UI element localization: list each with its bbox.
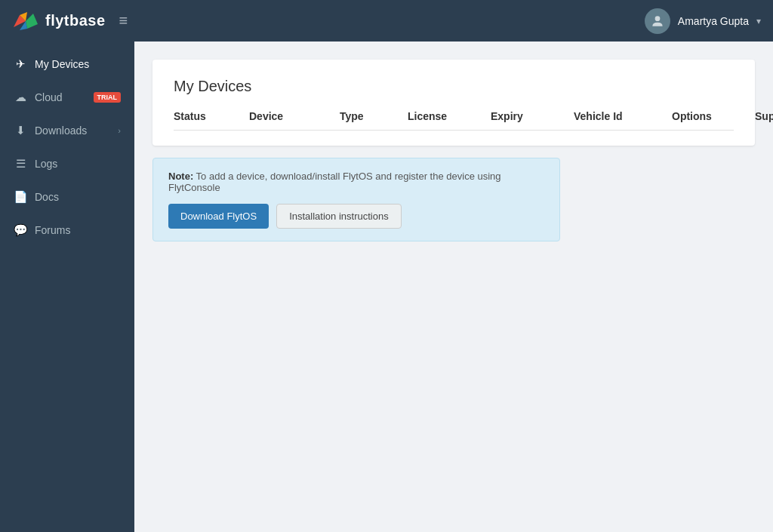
hamburger-button[interactable]: ≡ xyxy=(116,9,131,32)
drone-icon: ✈ xyxy=(14,57,27,71)
col-options: Options xyxy=(672,110,755,122)
note-buttons: Download FlytOS Installation instruction… xyxy=(168,204,544,229)
col-support: Support xyxy=(755,110,773,122)
page-title: My Devices xyxy=(174,78,734,95)
col-device: Device xyxy=(249,110,340,122)
cloud-icon: ☁ xyxy=(14,91,27,104)
col-status: Status xyxy=(174,110,249,122)
svg-marker-2 xyxy=(26,14,38,29)
sidebar-item-docs[interactable]: 📄 Docs xyxy=(0,180,134,214)
sidebar-item-forums[interactable]: 💬 Forums xyxy=(0,214,134,247)
forums-icon: 💬 xyxy=(14,223,27,237)
installation-instructions-button[interactable]: Installation instructions xyxy=(276,204,402,229)
logs-icon: ☰ xyxy=(14,157,27,171)
col-expiry: Expiry xyxy=(491,110,574,122)
note-box: Note: To add a device, download/install … xyxy=(152,158,560,241)
note-text: Note: To add a device, download/install … xyxy=(168,171,544,193)
download-icon: ⬇ xyxy=(14,124,27,137)
col-type: Type xyxy=(340,110,408,122)
logo-area: flytbase xyxy=(12,11,106,32)
sidebar-item-my-devices[interactable]: ✈ My Devices xyxy=(0,48,134,81)
devices-card: My Devices Status Device Type License Ex… xyxy=(152,60,755,146)
user-dropdown-arrow: ▾ xyxy=(756,16,761,26)
user-icon xyxy=(650,14,665,29)
content-area: My Devices Status Device Type License Ex… xyxy=(134,42,773,532)
navbar-left: flytbase ≡ xyxy=(12,9,131,32)
sidebar-item-cloud[interactable]: ☁ Cloud Trial xyxy=(0,81,134,114)
sidebar-item-downloads[interactable]: ⬇ Downloads › xyxy=(0,114,134,147)
col-license: License xyxy=(408,110,491,122)
table-header: Status Device Type License Expiry Vehicl… xyxy=(174,110,734,131)
download-flytos-button[interactable]: Download FlytOS xyxy=(168,204,269,229)
sidebar-item-logs[interactable]: ☰ Logs xyxy=(0,147,134,180)
svg-point-4 xyxy=(655,16,661,21)
user-menu[interactable]: Amartya Gupta ▾ xyxy=(645,8,761,34)
trial-badge: Trial xyxy=(94,92,122,103)
navbar: flytbase ≡ Amartya Gupta ▾ xyxy=(0,0,773,42)
col-vehicle-id: Vehicle Id xyxy=(574,110,672,122)
chevron-right-icon: › xyxy=(118,126,121,135)
user-name-label: Amartya Gupta xyxy=(678,15,749,27)
logo-icon xyxy=(12,11,39,32)
docs-icon: 📄 xyxy=(14,190,27,204)
sidebar: ✈ My Devices ☁ Cloud Trial ⬇ Downloads ›… xyxy=(0,42,134,532)
main-layout: ✈ My Devices ☁ Cloud Trial ⬇ Downloads ›… xyxy=(0,42,773,532)
avatar xyxy=(645,8,670,34)
logo-text: flytbase xyxy=(45,12,106,29)
